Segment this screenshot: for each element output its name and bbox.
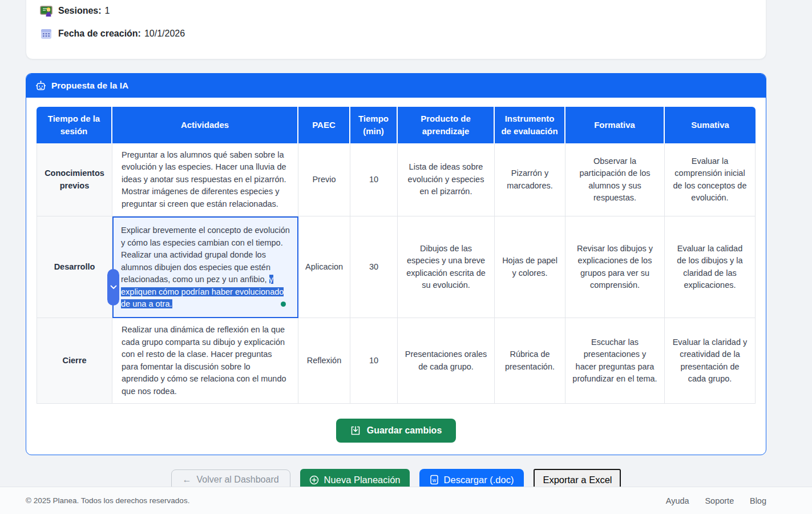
table-row-cierre: Cierre Realizar una dinámica de reflexió…: [37, 318, 756, 404]
product-cell[interactable]: Lista de ideas sobre evolución y especie…: [398, 143, 495, 216]
paec-cell[interactable]: Reflexión: [298, 318, 350, 404]
save-changes-label: Guardar cambios: [367, 425, 442, 436]
summative-cell[interactable]: Evaluar la comprensión inicial de los co…: [665, 143, 756, 216]
proposal-table: Tiempo de la sesión Actividades PAEC Tie…: [37, 107, 756, 404]
product-cell[interactable]: Dibujos de las especies y una breve expl…: [398, 216, 495, 318]
sessions-value: 1: [105, 6, 110, 16]
col-header-tiempo-sesion: Tiempo de la sesión: [37, 107, 112, 143]
ai-proposal-panel: Propuesta de la IA Tiempo de la sesión A…: [26, 73, 766, 455]
svg-text:w: w: [431, 477, 436, 483]
sessions-row: Sesiones: 1: [40, 0, 752, 22]
copyright-text: © 2025 Planea. Todos los derechos reserv…: [26, 496, 189, 505]
word-doc-icon: w: [430, 475, 439, 485]
activities-text: Explicar brevemente el concepto de evolu…: [121, 226, 290, 284]
col-header-tiempo-min: Tiempo (min): [350, 107, 398, 143]
time-cell[interactable]: 10: [350, 143, 398, 216]
activities-cell[interactable]: Realizar una dinámica de reflexión en la…: [112, 318, 298, 404]
activities-cell-selected[interactable]: Explicar brevemente el concepto de evolu…: [112, 216, 298, 318]
col-header-actividades: Actividades: [112, 107, 298, 143]
footer: © 2025 Planea. Todos los derechos reserv…: [0, 487, 812, 514]
time-cell[interactable]: 30: [350, 216, 398, 318]
panel-title: Propuesta de la IA: [51, 81, 128, 91]
creation-date-value: 10/1/2026: [144, 29, 185, 39]
col-header-paec: PAEC: [298, 107, 350, 143]
paec-cell[interactable]: Aplicacion: [298, 216, 350, 318]
status-dot: [281, 302, 286, 307]
left-arrow-icon: ←: [183, 475, 192, 485]
calendar-icon: [40, 27, 52, 40]
main-container: Sesiones: 1 Fecha de creación: 10/1/2026: [26, 0, 766, 491]
header-row: Tiempo de la sesión Actividades PAEC Tie…: [37, 107, 756, 143]
footer-link-ayuda[interactable]: Ayuda: [666, 496, 689, 505]
formative-cell[interactable]: Observar la participación de los alumnos…: [565, 143, 665, 216]
instrument-cell[interactable]: Rúbrica de presentación.: [495, 318, 565, 404]
table-row-desarrollo: Desarrollo Explicar brevemente el concep…: [37, 216, 756, 318]
stage-cell: Conocimientos previos: [37, 143, 112, 216]
creation-date-label: Fecha de creación:: [58, 29, 141, 39]
back-to-dashboard-label: Volver al Dashboard: [197, 475, 279, 485]
footer-link-soporte[interactable]: Soporte: [705, 496, 734, 505]
col-header-producto: Producto de aprendizaje: [398, 107, 495, 143]
col-header-sumativa: Sumativa: [665, 107, 756, 143]
paec-cell[interactable]: Previo: [298, 143, 350, 216]
time-cell[interactable]: 10: [350, 318, 398, 404]
ai-proposal-header: Propuesta de la IA: [26, 74, 766, 98]
table-row-conocimientos: Conocimientos previos Preguntar a los al…: [37, 143, 756, 216]
formative-cell[interactable]: Escuchar las presentaciones y hacer preg…: [565, 318, 665, 404]
save-row: Guardar cambios: [26, 404, 766, 455]
activities-cell[interactable]: Preguntar a los alumnos qué saben sobre …: [112, 143, 298, 216]
sessions-label: Sesiones:: [58, 6, 102, 16]
chevron-down-handle[interactable]: [107, 269, 119, 306]
save-icon: [350, 425, 361, 436]
robot-icon: [35, 81, 46, 91]
plus-circle-icon: [309, 475, 319, 485]
save-changes-button[interactable]: Guardar cambios: [336, 419, 457, 443]
download-doc-label: Descargar (.doc): [444, 475, 514, 485]
stage-cell: Desarrollo: [37, 216, 112, 318]
new-planning-label: Nueva Planeación: [324, 475, 401, 485]
table-wrap: Tiempo de la sesión Actividades PAEC Tie…: [26, 98, 766, 404]
col-header-instrumento: Instrumento de evaluación: [495, 107, 565, 143]
footer-nav: Ayuda Soporte Blog: [652, 496, 766, 505]
chevron-down-icon: [110, 285, 117, 290]
footer-link-blog[interactable]: Blog: [750, 496, 766, 505]
export-excel-label: Exportar a Excel: [543, 475, 612, 485]
col-header-formativa: Formativa: [565, 107, 665, 143]
teacher-icon: [40, 5, 52, 17]
summative-cell[interactable]: Evaluar la claridad y creatividad de la …: [665, 318, 756, 404]
instrument-cell[interactable]: Pizarrón y marcadores.: [495, 143, 565, 216]
creation-date-row: Fecha de creación: 10/1/2026: [40, 22, 752, 45]
summative-cell[interactable]: Evaluar la calidad de los dibujos y la c…: [665, 216, 756, 318]
product-cell[interactable]: Presentaciones orales de cada grupo.: [398, 318, 495, 404]
formative-cell[interactable]: Revisar los dibujos y explicaciones de l…: [565, 216, 665, 318]
instrument-cell[interactable]: Hojas de papel y colores.: [495, 216, 565, 318]
stage-cell: Cierre: [37, 318, 112, 404]
plan-info-card: Sesiones: 1 Fecha de creación: 10/1/2026: [26, 0, 766, 59]
